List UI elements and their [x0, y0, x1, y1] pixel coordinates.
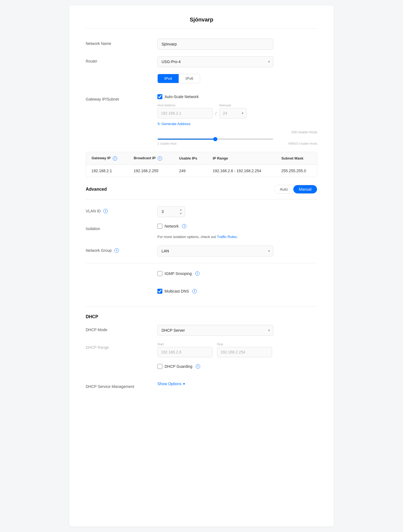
- isolation-row: Isolation Network i For more isolation o…: [86, 224, 317, 239]
- multicast-row: Multicast DNS i: [86, 289, 317, 300]
- vlan-id-spinners: ▲ ▼: [178, 208, 183, 215]
- network-name-input[interactable]: [157, 39, 273, 50]
- dhcp-start-label: Start: [157, 342, 213, 346]
- dhcp-service-mgmt-row: DHCP Service Management Show Options ▾: [86, 382, 317, 393]
- dhcp-mode-select[interactable]: DHCP Server: [157, 325, 273, 336]
- th-subnet-mask: Subnet Mask: [276, 152, 317, 164]
- multicast-control: Multicast DNS i: [157, 289, 317, 298]
- multicast-checkbox-row: Multicast DNS i: [157, 289, 317, 294]
- tab-ipv4[interactable]: IPv4: [158, 74, 179, 83]
- tab-ipv6[interactable]: IPv6: [179, 74, 200, 83]
- td-ip-range: 192.168.2.6 - 192.168.2.254: [207, 164, 276, 177]
- igmp-info-icon[interactable]: i: [195, 271, 200, 276]
- advanced-row: Advanced Auto Manual: [86, 185, 317, 199]
- vlan-id-info-icon[interactable]: i: [103, 209, 108, 213]
- slash-separator: /: [215, 106, 216, 116]
- igmp-control: IGMP Snooping i: [157, 271, 317, 280]
- netmask-select-wrap: 24 ▾: [219, 108, 247, 118]
- info-table-header-row: Gateway IP i Broadcast IP i Usable IPs I…: [86, 152, 317, 164]
- gateway-control: Auto-Scale Network Host Address / Netmas…: [157, 94, 317, 145]
- gateway-row: Gateway IP/Subnet Auto-Scale Network Hos…: [86, 94, 317, 145]
- igmp-row: IGMP Snooping i: [86, 271, 317, 282]
- divider-1: [86, 263, 317, 263]
- dhcp-section: DHCP DHCP Mode DHCP Server ▾ DHCP Range …: [86, 314, 317, 393]
- gateway-label: Gateway IP/Subnet: [86, 94, 157, 101]
- dhcp-guarding-row: DHCP Guarding i: [86, 364, 317, 375]
- router-select-wrap: USG-Pro-4 ▾: [157, 56, 273, 67]
- gateway-ip-info-icon[interactable]: i: [113, 156, 117, 161]
- network-name-label: Network Name: [86, 39, 157, 46]
- page-container: Sjónvarp Network Name Router USG-Pro-4 ▾…: [69, 6, 334, 526]
- show-options-link[interactable]: Show Options ▾: [157, 382, 317, 386]
- multicast-info-icon[interactable]: i: [192, 289, 197, 293]
- dhcp-range-control: Start Stop: [157, 342, 317, 357]
- th-broadcast-ip: Broadcast IP i: [128, 152, 174, 164]
- network-isolation-checkbox[interactable]: [157, 224, 162, 229]
- dhcp-guarding-label: DHCP Guarding: [165, 364, 192, 369]
- multicast-dns-checkbox[interactable]: [157, 289, 162, 294]
- page-title: Sjónvarp: [86, 17, 317, 29]
- igmp-snooping-checkbox[interactable]: [157, 271, 162, 276]
- info-table-body: 192.168.2.1 192.168.2.255 249 192.168.2.…: [86, 164, 317, 177]
- dhcp-guarding-checkbox[interactable]: [157, 364, 162, 369]
- advanced-fields: VLAN ID i ▲ ▼ Isolation: [86, 199, 317, 300]
- advanced-toggle-group: Auto Manual: [274, 185, 317, 194]
- info-table-head: Gateway IP i Broadcast IP i Usable IPs I…: [86, 152, 317, 164]
- host-address-label: Host Address: [157, 104, 213, 107]
- slider-labels: 1 Usable Host 499915 Usable Hosts: [157, 142, 317, 145]
- dhcp-guarding-info-icon[interactable]: i: [196, 364, 200, 369]
- igmp-placeholder: [86, 271, 157, 274]
- netmask-group: Netmask 24 ▾: [219, 104, 247, 118]
- auto-scale-label: Auto-Scale Network: [165, 94, 199, 99]
- slider-min-label: 1 Usable Host: [157, 142, 176, 145]
- vlan-id-up-btn[interactable]: ▲: [178, 208, 183, 212]
- td-usable-ips: 249: [174, 164, 207, 177]
- dhcp-stop-input[interactable]: [217, 347, 272, 357]
- broadcast-ip-info-icon[interactable]: i: [158, 156, 162, 161]
- info-table: Gateway IP i Broadcast IP i Usable IPs I…: [86, 152, 317, 177]
- generate-icon: ↻: [157, 122, 160, 126]
- isolation-control: Network i For more isolation options, ch…: [157, 224, 317, 239]
- th-gateway-ip: Gateway IP i: [86, 152, 128, 164]
- network-group-select[interactable]: LAN: [157, 245, 273, 256]
- dhcp-range-label: DHCP Range: [86, 342, 157, 350]
- vlan-id-control: ▲ ▼: [157, 206, 317, 217]
- th-usable-ips: Usable IPs: [174, 152, 207, 164]
- info-table-wrap: Gateway IP i Broadcast IP i Usable IPs I…: [86, 152, 317, 177]
- vlan-id-label: VLAN ID i: [86, 206, 157, 213]
- router-select[interactable]: USG-Pro-4: [157, 56, 273, 67]
- isolation-info-text: For more isolation options, check out Tr…: [157, 235, 317, 239]
- traffic-rules-link[interactable]: Traffic Rules.: [217, 235, 238, 239]
- isolation-options: Network i For more isolation options, ch…: [157, 224, 317, 239]
- ip-version-control: IPv4 IPv6: [157, 74, 317, 88]
- td-gateway-ip: 192.168.2.1: [86, 164, 128, 177]
- advanced-label: Advanced: [86, 187, 107, 192]
- vlan-id-down-btn[interactable]: ▼: [178, 212, 183, 215]
- router-control: USG-Pro-4 ▾: [157, 56, 317, 67]
- igmp-snooping-label: IGMP Snooping: [165, 271, 192, 276]
- dhcp-start-input[interactable]: [157, 347, 213, 357]
- host-address-input[interactable]: [157, 108, 213, 118]
- ip-version-tab-group: IPv4 IPv6: [157, 74, 200, 83]
- dhcp-guarding-checkbox-row: DHCP Guarding i: [157, 364, 317, 369]
- dhcp-mode-row: DHCP Mode DHCP Server ▾: [86, 325, 317, 336]
- generate-address-link[interactable]: ↻ Generate Address: [157, 122, 317, 126]
- table-row: 192.168.2.1 192.168.2.255 249 192.168.2.…: [86, 164, 317, 177]
- dhcp-service-mgmt-label: DHCP Service Management: [86, 382, 157, 389]
- network-group-select-wrap: LAN ▾: [157, 245, 273, 256]
- router-row: Router USG-Pro-4 ▾: [86, 56, 317, 67]
- isolation-info-icon[interactable]: i: [182, 224, 186, 228]
- multicast-dns-label: Multicast DNS: [165, 289, 189, 293]
- divider-2: [86, 306, 317, 307]
- network-name-control: [157, 39, 317, 50]
- auto-scale-checkbox[interactable]: [157, 94, 162, 99]
- netmask-select[interactable]: 24: [219, 108, 247, 118]
- slider-max-label: 499915 Usable Hosts: [288, 142, 317, 145]
- dhcp-range-row: DHCP Range Start Stop: [86, 342, 317, 357]
- show-options-chevron-icon: ▾: [183, 382, 185, 386]
- usable-hosts-slider[interactable]: [157, 139, 273, 140]
- toggle-auto-btn[interactable]: Auto: [274, 185, 293, 193]
- network-group-info-icon[interactable]: i: [114, 248, 119, 253]
- dhcp-guarding-placeholder: [86, 364, 157, 367]
- toggle-manual-btn[interactable]: Manual: [293, 185, 317, 193]
